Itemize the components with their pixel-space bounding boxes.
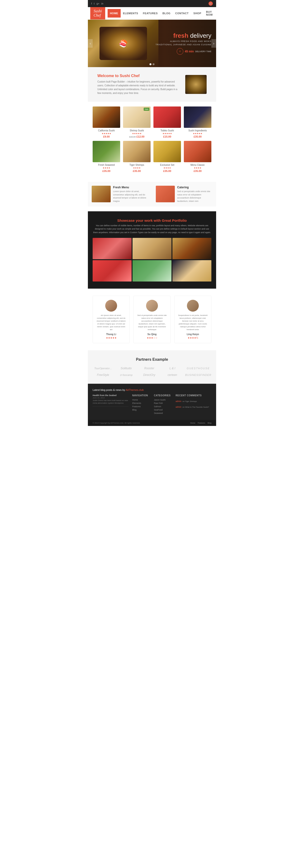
product-name: Tobiko Sushi [154,129,181,132]
partner-directory: DirectOry [139,373,160,377]
partner-label: certeen [168,373,177,377]
product-sushi-ingredients[interactable]: Sushi Ingredients ★★★★★ £35.00 [184,106,211,138]
footer-cat-rawfish[interactable]: Raw Fish [154,402,172,404]
product-price: £35.00 [184,135,211,138]
product-price: £15.00 [154,135,181,138]
product-name: California Sushi [93,129,120,132]
product-image [93,141,120,162]
nav-home[interactable]: HOME [108,9,121,18]
hero-next-button[interactable]: › [211,39,216,48]
hero-prev-button[interactable]: ‹ [88,39,93,48]
footer-nav-features[interactable]: Features [132,405,150,408]
product-image [184,141,211,162]
feature-fresh-menu: Fresh Menu Lorem ipsum dolor sit amet, c… [88,182,152,207]
footer-cat-seaweed[interactable]: Seaweed [154,412,172,414]
product-name: Fresh Seaweed [93,164,120,166]
nav-contact[interactable]: CONTACT [173,9,191,18]
portfolio-item-6[interactable] [172,260,211,281]
portfolio-item-2[interactable] [133,238,171,259]
product-california-sushi[interactable]: California Sushi ★★★★★ £9.00 [93,106,120,138]
portfolio-item-5[interactable] [133,260,171,281]
logo[interactable]: Sushi Chef [90,7,105,20]
welcome-title: Welcome to Sushi Chef [98,74,181,78]
partner-label: TourOperator... [94,367,112,370]
footer-blog-col: Health from the Seabed June 10, 2014 Jus… [93,394,129,415]
partner-label: BUSINESSFINDER [185,374,211,376]
footer-cat-jason[interactable]: Jason Sushi [154,399,172,401]
footer-cat-salmon[interactable]: Salmon [154,405,172,408]
facebook-icon[interactable]: f [91,2,92,5]
comment-text: on Tiger Shrimps [183,400,197,402]
footer-nav-home[interactable]: Home [132,399,150,401]
portfolio-section: Showcase your work with Great Portfolio … [88,211,216,289]
product-image [93,106,120,128]
sale-badge: Sale [144,108,149,111]
footer-nav-col: Navigation Home Elements Features Blog [132,394,150,415]
nav-shop[interactable]: SHOP [191,9,203,18]
product-shrimp-sushi[interactable]: Sale Shrimp Sushi ★★★★★ £15.00 £12.00 [123,106,150,138]
footer-bottom-features[interactable]: Features [198,422,205,424]
navbar: Sushi Chef HOME ELEMENTS FEATURES BLOG C… [88,7,216,20]
partner-businessfinder: BUSINESSFINDER [185,373,211,377]
product-menu-classic[interactable]: Menu Classic ★★★★ £35.00 [184,141,211,173]
product-image: Sale [123,106,150,128]
portfolio-title-prefix: Showcase your work with [117,218,162,222]
nav-elements[interactable]: ELEMENTS [121,9,141,18]
testimonial-name-3: Ling Huiyn [177,333,208,336]
hero-dots [149,63,155,65]
partner-guesthouse: GUESTHOUSE [185,366,211,370]
footer-bottom-blog[interactable]: Blog [208,422,211,424]
footer-cat-seafood[interactable]: SeaFood [154,409,172,411]
products-grid: California Sushi ★★★★★ £9.00 Sale Shrimp… [93,106,211,173]
clock-icon: ⏱ [177,48,183,55]
hero-title-main: delivery [190,32,211,39]
product-stars: ★★★★★ [93,132,120,135]
hero-dot-2[interactable] [153,63,155,65]
product-image [154,106,181,128]
product-fresh-seaweed[interactable]: Fresh Seaweed ★★★★ £35.00 [93,141,120,173]
testimonial-name-1: Thong Li [96,333,127,336]
product-stars: ★★★★★ [154,132,181,135]
footer-categories-title: Categories [154,394,172,397]
sushi-plate-image: 🍣 [100,27,147,60]
footer-bottom-home[interactable]: Home [190,422,195,424]
nav-blog[interactable]: BLOG [160,9,173,18]
product-stars: ★★★★ [154,167,181,169]
footer-nav-elements[interactable]: Elements [132,402,150,404]
welcome-description: Custom built Page Builder – intuitive fo… [98,80,181,95]
partner-label: FreeStyle [97,373,109,377]
portfolio-item-1[interactable] [93,238,132,259]
googleplus-icon[interactable]: g+ [96,2,100,5]
product-exclusive-set[interactable]: Exclusive Set ★★★★ £35.00 [154,141,181,173]
portfolio-item-3[interactable] [172,238,211,259]
product-tiger-shrimps[interactable]: Tiger Shrimps ★★★★ £35.00 [123,141,150,173]
footer-nav-blog[interactable]: Blog [132,409,150,411]
nav-features[interactable]: FEATURES [141,9,160,18]
twitter-icon[interactable]: t [94,2,94,5]
partner-label: GUESTHOUSE [187,367,210,370]
product-tobiko-sushi[interactable]: Tobiko Sushi ★★★★★ £15.00 [154,106,181,138]
features-section: Fresh Menu Lorem ipsum dolor sit amet, c… [88,182,216,207]
hero-content: fresh delivery ALWAYS FRESH FOOD AND WOK… [154,32,211,55]
testimonial-text-3: Suspendisse in est porta, hendrerit lacu… [177,314,208,331]
product-price: £35.00 [93,169,120,173]
partner-label: ⊙ foocamp [120,374,133,377]
hero-tagline2: TRADITIONAL JAPANESE AND ASIAN CUISINE [154,43,211,45]
comment-author: admin [175,400,182,402]
products-section: California Sushi ★★★★★ £9.00 Sale Shrimp… [88,102,216,177]
partner-label: Solitudo [121,366,132,370]
linkedin-icon[interactable]: in [102,2,104,5]
hero-dot-1[interactable] [149,63,151,65]
blog-post-1: Health from the Seabed June 10, 2014 Jus… [93,394,129,406]
product-name: Tiger Shrimps [123,164,150,166]
portfolio-item-4[interactable] [93,260,132,281]
footer-bottom: © 2014 Copyright by AitThemes.club. All … [88,420,216,426]
welcome-text: Welcome to Sushi Chef Custom built Page … [98,74,181,95]
cart-icon[interactable]: 🛒 [209,1,213,6]
portfolio-title-highlight: Great Portfolio [162,218,187,222]
welcome-title-prefix: Welcome to [98,74,120,78]
hero-tagline1: ALWAYS FRESH FOOD AND WOKS [154,40,211,42]
feature-text: Fresh Menu Lorem ipsum dolor sit amet, c… [113,186,148,203]
nav-buynow[interactable]: BUY NOW [203,8,215,19]
welcome-image [185,75,206,94]
